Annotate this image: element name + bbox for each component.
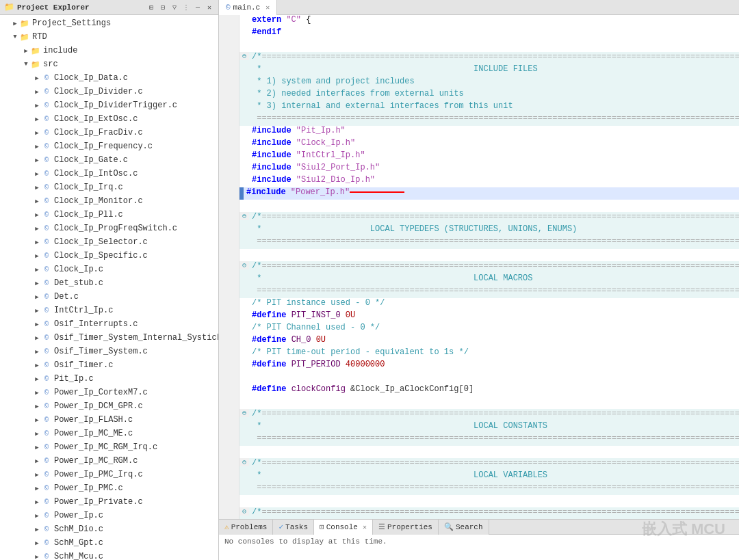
sidebar-item-file[interactable]: ▶ © Pit_Ip.c — [0, 372, 218, 386]
fold-gutter-constants[interactable]: ⊖ — [239, 409, 249, 417]
sidebar-item-file[interactable]: ▶ © Clock_Ip_DividerTrigger.c — [0, 98, 218, 112]
sidebar-item-file[interactable]: ▶ © Clock_Ip_Selector.c — [0, 235, 218, 249]
file-label: SchM_Mcu.c — [54, 552, 103, 560]
sidebar-item-file[interactable]: ▶ © Det.c — [0, 290, 218, 304]
sidebar-tree: ▶ 📁 Project_Settings ▼ 📁 RTD ▶ 📁 include — [0, 15, 218, 560]
sidebar-item-file[interactable]: ▶ © Power_Ip_FLASH.c — [0, 413, 218, 427]
code-content: extern "C" { #endif ⊖ — [219, 15, 739, 519]
file-label: IntCtrl_Ip.c — [54, 306, 113, 315]
fold-gutter-typedef[interactable]: ⊖ — [239, 212, 249, 220]
sidebar-item-file[interactable]: ▶ © Power_Ip_MC_RGM.c — [0, 454, 218, 468]
tab-tasks[interactable]: ✓ Tasks — [273, 520, 314, 535]
sidebar-item-file[interactable]: ▶ © Power_Ip_PMC.c — [0, 481, 218, 495]
sidebar-item-file[interactable]: ▶ © Clock_Ip_Frequency.c — [0, 139, 218, 153]
sidebar-item-file[interactable]: ▶ © Osif_Timer_System.c — [0, 345, 218, 358]
file-label: Osif_Timer_System_Internal_Systick.c — [54, 333, 218, 343]
file-icon: © — [41, 428, 52, 439]
file-icon: © — [41, 291, 52, 302]
sidebar-item-include[interactable]: ▶ 📁 include — [0, 44, 218, 57]
tab-properties-label: Properties — [387, 523, 432, 531]
sidebar-item-file[interactable]: ▶ © Power_Ip_DCM_GPR.c — [0, 399, 218, 413]
sidebar-item-file[interactable]: ▶ © Power_Ip_Private.c — [0, 495, 218, 509]
file-label: Pit_Ip.c — [54, 374, 94, 384]
sidebar-item-file[interactable]: ▶ © Osif_Timer.c — [0, 358, 218, 372]
sidebar-item-file[interactable]: ▶ © Clock_Ip_ExtOsc.c — [0, 112, 218, 126]
sidebar-filter-icon[interactable]: ▽ — [170, 3, 179, 12]
code-line-include5: #include "Siul2_Dio_Ip.h" — [219, 175, 739, 187]
fold-gutter-variables[interactable]: ⊖ — [239, 458, 249, 466]
file-label: Clock_Ip_IntOsc.c — [54, 169, 138, 178]
fold-gutter-section[interactable]: ⊖ — [239, 52, 249, 60]
tab-search[interactable]: 🔍 Search — [439, 520, 489, 535]
sidebar-item-file[interactable]: ▶ © SchM_Gpt.c — [0, 536, 218, 550]
sidebar-close-icon[interactable]: ✕ — [205, 3, 214, 12]
line-content: #include "Pit_Ip.h" — [249, 126, 348, 135]
sidebar-item-file[interactable]: ▶ © Power_Ip_MC_RGM_Irq.c — [0, 440, 218, 454]
sidebar-icon-1[interactable]: ⊞ — [146, 3, 156, 12]
line-number — [219, 483, 239, 495]
file-expand: ▶ — [33, 471, 41, 479]
tab-console[interactable]: ⊡ Console ✕ — [314, 520, 373, 535]
tab-close-button[interactable]: ✕ — [265, 3, 270, 12]
sidebar-item-file[interactable]: ▶ © Clock_Ip_IntOsc.c — [0, 167, 218, 181]
sidebar-item-project-settings[interactable]: ▶ 📁 Project_Settings — [0, 16, 218, 30]
code-line: * 2) needed interfaces from external uni… — [219, 89, 739, 101]
file-expand: ▶ — [33, 211, 41, 219]
sidebar-item-file[interactable]: ▶ © Clock_Ip_Gate.c — [0, 153, 218, 167]
console-close[interactable]: ✕ — [363, 523, 367, 531]
file-label: Clock_Ip_Data.c — [54, 73, 128, 83]
expand-arrow: ▶ — [11, 20, 19, 27]
sidebar-item-file[interactable]: ▶ © SchM_Dio.c — [0, 522, 218, 536]
file-expand: ▶ — [33, 430, 41, 438]
sidebar-icon-3[interactable]: ⋮ — [181, 3, 191, 12]
tab-properties[interactable]: ☰ Properties — [373, 520, 439, 535]
sidebar-item-file[interactable]: ▶ © Clock_Ip_Divider.c — [0, 85, 218, 98]
tab-bar: © main.c ✕ — [219, 0, 739, 15]
sidebar-item-file[interactable]: ▶ © Power_Ip_PMC_Irq.c — [0, 468, 218, 481]
line-number — [219, 187, 239, 200]
fold-gutter-macros[interactable]: ⊖ — [239, 261, 249, 269]
sidebar-item-file[interactable]: ▶ © Power_Ip_MC_ME.c — [0, 427, 218, 440]
file-label: Clock_Ip_Specific.c — [54, 251, 148, 261]
sidebar-item-file[interactable]: ▶ © Clock_Ip_Data.c — [0, 71, 218, 85]
sidebar-item-src[interactable]: ▼ 📁 src — [0, 57, 218, 71]
tab-main-c[interactable]: © main.c ✕ — [219, 0, 277, 15]
sidebar-item-file[interactable]: ▶ © Clock_Ip_Pll.c — [0, 208, 218, 222]
sidebar-item-file[interactable]: ▶ © Clock_Ip_FracDiv.c — [0, 126, 218, 139]
sidebar-item-file[interactable]: ▶ © SchM_Mcu.c — [0, 550, 218, 560]
sidebar-item-file[interactable]: ▶ © Clock_Ip_ProgFreqSwitch.c — [0, 222, 218, 235]
sidebar-item-file[interactable]: ▶ © Det_stub.c — [0, 276, 218, 290]
sidebar-item-file[interactable]: ▶ © Osif_Timer_System_Internal_Systick.c — [0, 331, 218, 345]
sidebar-minimize-icon[interactable]: — — [193, 3, 203, 12]
code-line-blank4 — [219, 397, 739, 409]
code-line-define3: #define PIT_PERIOD 40000000 — [219, 360, 739, 372]
code-line-section-end: ========================================… — [219, 114, 739, 126]
sidebar-item-file[interactable]: ▶ © Clock_Ip.c — [0, 263, 218, 276]
code-line-section-title: * INCLUDE FILES — [219, 64, 739, 77]
line-number — [219, 212, 239, 224]
file-icon: © — [41, 168, 52, 179]
code-line-define1: #define PIT_INST_0 0U — [219, 310, 739, 323]
sidebar-icon-2[interactable]: ⊟ — [158, 3, 168, 12]
file-label: Osif_Timer.c — [54, 360, 113, 370]
bottom-tabs: ⚠ Problems ✓ Tasks ⊡ Console ✕ ☰ Propert… — [219, 520, 739, 535]
line-number — [219, 261, 239, 274]
file-label: Clock_Ip_DividerTrigger.c — [54, 101, 177, 110]
sidebar-item-file[interactable]: ▶ © Power_Ip.c — [0, 509, 218, 522]
file-icon: © — [41, 114, 52, 124]
sidebar-item-rtd[interactable]: ▼ 📁 RTD — [0, 30, 218, 44]
fold-gutter-gconstants[interactable]: ⊖ — [239, 507, 249, 516]
code-editor[interactable]: extern "C" { #endif ⊖ — [219, 15, 739, 519]
sidebar-item-file[interactable]: ▶ © IntCtrl_Ip.c — [0, 304, 218, 317]
file-icon: © — [41, 155, 52, 165]
project-explorer-panel: 📁 Project Explorer ⊞ ⊟ ▽ ⋮ — ✕ ▶ 📁 Proje… — [0, 0, 219, 560]
tab-problems[interactable]: ⚠ Problems — [219, 520, 273, 535]
line-content: #define PIT_PERIOD 40000000 — [249, 360, 387, 369]
file-expand: ▶ — [33, 485, 41, 492]
sidebar-item-file[interactable]: ▶ © Power_Ip_CortexM7.c — [0, 386, 218, 399]
sidebar-item-file[interactable]: ▶ © Clock_Ip_Irq.c — [0, 181, 218, 194]
line-content: ========================================… — [249, 483, 739, 492]
sidebar-item-file[interactable]: ▶ © Osif_Interrupts.c — [0, 317, 218, 331]
sidebar-item-file[interactable]: ▶ © Clock_Ip_Specific.c — [0, 249, 218, 263]
sidebar-item-file[interactable]: ▶ © Clock_Ip_Monitor.c — [0, 194, 218, 208]
